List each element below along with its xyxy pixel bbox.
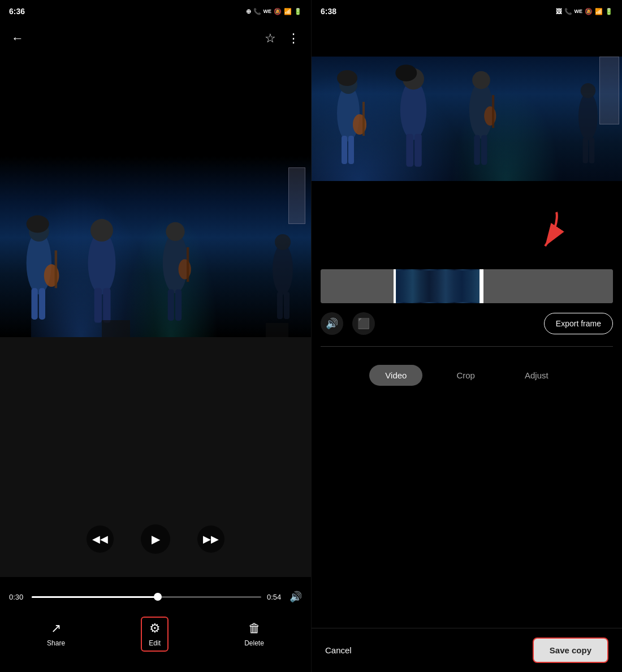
svg-rect-32 (414, 134, 422, 167)
export-frame-button[interactable]: Export frame (544, 313, 613, 334)
timeline-strip[interactable] (321, 269, 613, 303)
cancel-button[interactable]: Cancel (325, 645, 352, 655)
svg-rect-16 (175, 290, 182, 321)
audio-button[interactable]: 🔊 (321, 312, 343, 335)
time-start: 0:30 (9, 593, 26, 601)
svg-rect-31 (406, 134, 413, 167)
lte-icon-right: WE (575, 8, 583, 14)
video-preview-right: ▶ (312, 23, 622, 181)
forward-button[interactable]: ▶▶ (197, 525, 224, 553)
save-copy-button[interactable]: Save copy (533, 637, 608, 663)
more-button[interactable]: ⋮ (285, 29, 302, 48)
gallery-icon: 🖼 (556, 8, 562, 15)
trim-handle-right[interactable] (481, 269, 483, 303)
band-figure-2 (74, 213, 130, 326)
status-time-right: 6:38 (321, 7, 336, 16)
volume-icon[interactable]: 🔊 (290, 591, 302, 603)
svg-rect-6 (39, 288, 45, 320)
svg-point-12 (166, 222, 184, 241)
status-icons-left: ⊕ 📞 WE 🔕 📶 🔋 (246, 8, 303, 15)
svg-point-35 (484, 106, 496, 126)
back-button[interactable]: ← (9, 29, 26, 48)
status-bar-right: 6:38 🖼 📞 WE 🔕 📶 🔋 (312, 0, 622, 23)
bottom-bar: Cancel Save copy (312, 628, 622, 672)
bottom-area: 0:30 0:54 🔊 ↗ Share ⚙ Edit 🗑 Delete (0, 577, 311, 672)
share-button[interactable]: ↗ Share (47, 621, 65, 647)
status-bar-left: 6:36 ⊕ 📞 WE 🔕 📶 🔋 (0, 0, 311, 23)
video-scene-right: ▶ (312, 57, 622, 181)
right-band-figure-3 (453, 62, 509, 170)
share-label: Share (47, 639, 65, 647)
right-band-figure-1 (323, 68, 385, 170)
lte-icon: WE (264, 8, 272, 14)
scrubber-track[interactable] (32, 596, 261, 598)
svg-rect-4 (55, 251, 57, 288)
svg-rect-19 (277, 292, 283, 319)
delete-icon: 🗑 (248, 621, 261, 636)
svg-rect-10 (103, 288, 110, 322)
tabs-row: Video Crop Adjust (321, 358, 613, 393)
signal-icon: 📶 (284, 8, 292, 15)
tab-crop[interactable]: Crop (440, 365, 491, 386)
svg-rect-38 (481, 135, 487, 165)
audio-icon: 🔊 (326, 317, 338, 330)
svg-point-2 (27, 215, 49, 232)
left-panel: 6:36 ⊕ 📞 WE 🔕 📶 🔋 ← ☆ ⋮ (0, 0, 311, 672)
svg-point-23 (337, 70, 357, 86)
playback-controls: ◀◀ ▶ ▶▶ (0, 515, 311, 563)
tab-video[interactable]: Video (369, 365, 422, 386)
phone-icon-right: 📞 (564, 8, 572, 15)
phone-icon: 📞 (253, 8, 261, 15)
svg-point-8 (90, 219, 113, 242)
svg-rect-26 (342, 136, 347, 164)
scrubber-fill (32, 596, 158, 598)
mute-icon-right: 🔕 (585, 8, 593, 15)
svg-rect-27 (348, 136, 354, 164)
video-container-left: ◀◀ ▶ ▶▶ (0, 54, 311, 577)
whatsapp-icon: ⊕ (246, 8, 251, 15)
share-icon: ↗ (51, 621, 61, 636)
battery-icon-left: 🔋 (294, 8, 302, 15)
status-icons-right: 🖼 📞 WE 🔕 📶 🔋 (556, 8, 614, 15)
trim-section: 🔊 ⬛ Export frame Video Crop Adjust (312, 181, 622, 628)
svg-rect-36 (492, 95, 494, 128)
delete-label: Delete (244, 639, 264, 647)
status-time-left: 6:36 (9, 7, 25, 16)
star-button[interactable]: ☆ (262, 29, 278, 48)
top-bar-left: ← ☆ ⋮ (0, 23, 311, 54)
frame-icon-btn[interactable]: ⬛ (352, 312, 375, 335)
delete-button[interactable]: 🗑 Delete (244, 621, 264, 647)
svg-rect-25 (362, 102, 365, 136)
tab-adjust[interactable]: Adjust (509, 365, 564, 386)
scrubber-thumb[interactable] (154, 593, 162, 601)
svg-point-34 (472, 71, 490, 89)
band-figure-1 (11, 213, 79, 326)
time-scrubber: 0:30 0:54 🔊 (9, 584, 302, 610)
edit-button[interactable]: ⚙ Edit (141, 617, 169, 652)
signal-icon-right: 📶 (595, 8, 603, 15)
svg-rect-37 (474, 135, 480, 165)
controls-row: 🔊 ⬛ Export frame (321, 312, 613, 335)
svg-rect-5 (32, 288, 38, 320)
svg-rect-9 (94, 288, 102, 322)
svg-point-39 (578, 92, 598, 140)
svg-rect-14 (187, 247, 189, 282)
video-scene-left (0, 156, 311, 337)
svg-rect-20 (284, 292, 290, 319)
svg-point-18 (275, 234, 291, 250)
timeline-frames (394, 269, 481, 303)
rewind-button[interactable]: ◀◀ (87, 525, 114, 553)
battery-icon-right: 🔋 (605, 8, 613, 15)
edit-icon: ⚙ (149, 621, 161, 636)
svg-point-40 (581, 83, 595, 98)
frame-icon: ⬛ (357, 317, 370, 330)
band-figure-4 (260, 224, 305, 326)
svg-rect-15 (168, 290, 174, 321)
trim-handle-left[interactable] (394, 269, 396, 303)
play-button[interactable]: ▶ (141, 524, 170, 554)
tab-divider (321, 346, 613, 347)
mute-icon: 🔕 (274, 8, 282, 15)
edit-label: Edit (149, 639, 161, 647)
bottom-actions: ↗ Share ⚙ Edit 🗑 Delete (9, 610, 302, 665)
svg-rect-42 (589, 137, 594, 163)
